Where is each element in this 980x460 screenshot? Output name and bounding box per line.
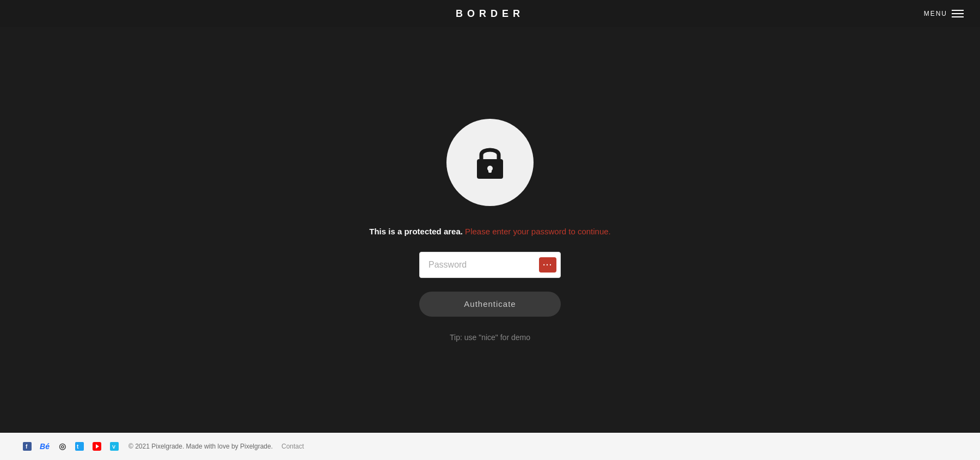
hamburger-icon xyxy=(952,10,964,17)
hamburger-line-1 xyxy=(952,10,964,11)
password-container: ··· xyxy=(419,252,561,278)
password-visibility-icon: ··· xyxy=(543,261,553,269)
lock-circle xyxy=(446,119,534,206)
svg-rect-2 xyxy=(488,168,492,173)
vimeo-icon[interactable]: V xyxy=(109,441,120,452)
description-bold: This is a protected area. xyxy=(369,227,463,236)
main-content: This is a protected area. Please enter y… xyxy=(0,27,980,433)
menu-label: MENU xyxy=(924,10,947,17)
site-header: BORDER MENU xyxy=(0,0,980,27)
description-text: This is a protected area. Please enter y… xyxy=(369,225,611,238)
facebook-icon[interactable]: f xyxy=(22,441,33,452)
authenticate-button[interactable]: Authenticate xyxy=(419,292,561,317)
description-normal: Please enter your password to continue. xyxy=(463,227,611,236)
menu-button[interactable]: MENU xyxy=(924,10,964,17)
footer-contact-link[interactable]: Contact xyxy=(281,443,304,450)
custom-social-icon[interactable]: ◎ xyxy=(57,441,68,452)
twitter-icon[interactable]: t xyxy=(74,441,85,452)
site-logo: BORDER xyxy=(456,8,524,20)
footer-copyright: © 2021 Pixelgrade. Made with love by Pix… xyxy=(128,443,273,450)
svg-text:V: V xyxy=(112,444,115,450)
tip-text: Tip: use "nice" for demo xyxy=(450,333,530,342)
password-toggle-button[interactable]: ··· xyxy=(539,257,556,273)
lock-icon xyxy=(468,141,512,184)
hamburger-line-2 xyxy=(952,13,964,14)
footer: f Bé ◎ t V © 2021 Pixelgrade. Made with … xyxy=(0,433,980,460)
youtube-icon[interactable] xyxy=(91,441,102,452)
hamburger-line-3 xyxy=(952,16,964,17)
behance-icon[interactable]: Bé xyxy=(39,441,50,452)
